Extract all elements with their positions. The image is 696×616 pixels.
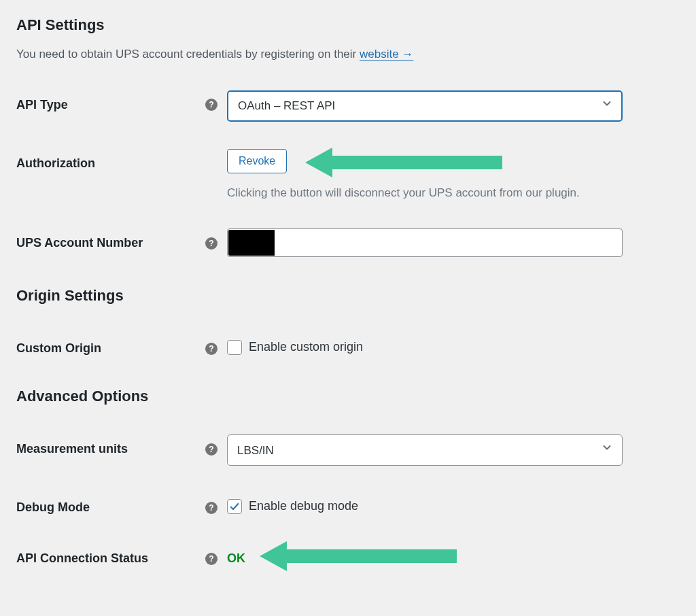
api-settings-subtitle: You need to obtain UPS account credentia… bbox=[16, 46, 680, 63]
debug-mode-checkbox-label: Enable debug mode bbox=[249, 497, 358, 515]
website-link[interactable]: website → bbox=[360, 48, 413, 61]
label-account-number: UPS Account Number bbox=[16, 234, 143, 252]
api-type-select[interactable]: OAuth – REST API bbox=[227, 90, 623, 122]
debug-mode-checkbox[interactable] bbox=[227, 499, 242, 514]
row-measurement-units: Measurement units ? LBS/IN bbox=[16, 434, 680, 466]
row-account-number: UPS Account Number ? bbox=[16, 228, 680, 257]
label-measurement-units: Measurement units bbox=[16, 440, 128, 458]
svg-marker-1 bbox=[260, 541, 457, 571]
svg-marker-0 bbox=[305, 148, 502, 177]
revoke-button[interactable]: Revoke bbox=[227, 149, 287, 173]
label-debug-mode: Debug Mode bbox=[16, 498, 90, 517]
help-icon[interactable]: ? bbox=[205, 443, 218, 456]
help-icon[interactable]: ? bbox=[205, 237, 218, 250]
help-icon[interactable]: ? bbox=[205, 553, 218, 565]
label-custom-origin: Custom Origin bbox=[16, 339, 101, 358]
help-icon[interactable]: ? bbox=[205, 343, 218, 355]
label-connection-status: API Connection Status bbox=[16, 549, 148, 568]
account-number-input[interactable] bbox=[227, 228, 623, 257]
api-settings-title: API Settings bbox=[16, 14, 680, 36]
label-api-type: API Type bbox=[16, 96, 68, 114]
label-authorization: Authorization bbox=[16, 154, 95, 173]
origin-settings-title: Origin Settings bbox=[16, 284, 680, 307]
arrow-annotation-icon bbox=[305, 148, 502, 177]
connection-status-value: OK bbox=[227, 544, 245, 568]
authorization-help-text: Clicking the button will disconnect your… bbox=[227, 184, 680, 202]
row-authorization: Authorization Revoke Clicking the button… bbox=[16, 149, 680, 202]
row-connection-status: API Connection Status ? OK bbox=[16, 544, 680, 568]
arrow-annotation-icon bbox=[260, 541, 457, 571]
row-debug-mode: Debug Mode ? Enable debug mode bbox=[16, 493, 680, 517]
custom-origin-checkbox[interactable] bbox=[227, 340, 242, 355]
help-icon[interactable]: ? bbox=[205, 99, 218, 111]
custom-origin-checkbox-label: Enable custom origin bbox=[249, 338, 363, 356]
row-custom-origin: Custom Origin ? Enable custom origin bbox=[16, 334, 680, 358]
help-icon[interactable]: ? bbox=[205, 502, 218, 514]
row-api-type: API Type ? OAuth – REST API bbox=[16, 90, 680, 122]
measurement-units-select[interactable]: LBS/IN bbox=[227, 434, 623, 466]
advanced-options-title: Advanced Options bbox=[16, 385, 680, 407]
